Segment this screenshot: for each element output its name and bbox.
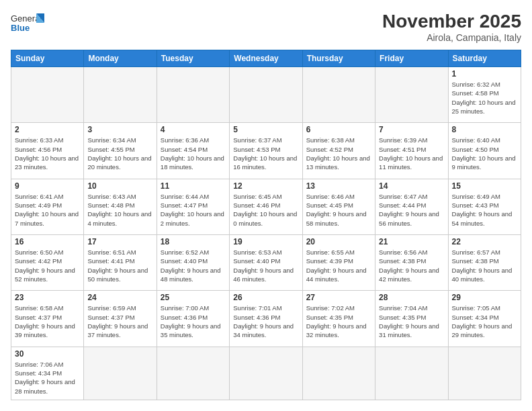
day-info: Sunrise: 6:57 AM Sunset: 4:38 PM Dayligh… bbox=[452, 248, 517, 283]
table-row: 30Sunrise: 7:06 AM Sunset: 4:34 PM Dayli… bbox=[11, 347, 84, 400]
table-row: 8Sunrise: 6:40 AM Sunset: 4:50 PM Daylig… bbox=[448, 123, 521, 179]
table-row: 21Sunrise: 6:56 AM Sunset: 4:38 PM Dayli… bbox=[375, 234, 448, 290]
table-row: 10Sunrise: 6:43 AM Sunset: 4:48 PM Dayli… bbox=[84, 179, 157, 234]
day-info: Sunrise: 6:51 AM Sunset: 4:41 PM Dayligh… bbox=[87, 248, 152, 283]
calendar-week-row: 9Sunrise: 6:41 AM Sunset: 4:49 PM Daylig… bbox=[11, 179, 521, 234]
table-row: 17Sunrise: 6:51 AM Sunset: 4:41 PM Dayli… bbox=[84, 234, 157, 290]
table-row bbox=[11, 67, 84, 123]
day-info: Sunrise: 6:58 AM Sunset: 4:37 PM Dayligh… bbox=[15, 304, 80, 339]
day-number: 2 bbox=[15, 125, 80, 134]
header-saturday: Saturday bbox=[448, 50, 521, 67]
day-number: 27 bbox=[306, 293, 371, 302]
table-row: 9Sunrise: 6:41 AM Sunset: 4:49 PM Daylig… bbox=[11, 179, 84, 234]
day-info: Sunrise: 6:37 AM Sunset: 4:53 PM Dayligh… bbox=[233, 136, 298, 171]
day-number: 13 bbox=[306, 181, 371, 191]
table-row bbox=[230, 347, 302, 400]
day-number: 28 bbox=[379, 293, 444, 302]
calendar-week-row: 16Sunrise: 6:50 AM Sunset: 4:42 PM Dayli… bbox=[11, 234, 521, 290]
table-row: 13Sunrise: 6:46 AM Sunset: 4:45 PM Dayli… bbox=[302, 179, 375, 234]
table-row: 7Sunrise: 6:39 AM Sunset: 4:51 PM Daylig… bbox=[375, 123, 448, 179]
table-row: 3Sunrise: 6:34 AM Sunset: 4:55 PM Daylig… bbox=[84, 123, 157, 179]
table-row: 18Sunrise: 6:52 AM Sunset: 4:40 PM Dayli… bbox=[157, 234, 229, 290]
header-thursday: Thursday bbox=[302, 50, 375, 67]
day-info: Sunrise: 6:39 AM Sunset: 4:51 PM Dayligh… bbox=[379, 136, 444, 171]
day-info: Sunrise: 6:38 AM Sunset: 4:52 PM Dayligh… bbox=[306, 136, 371, 171]
table-row: 23Sunrise: 6:58 AM Sunset: 4:37 PM Dayli… bbox=[11, 291, 84, 347]
day-number: 17 bbox=[87, 237, 152, 246]
day-number: 4 bbox=[161, 125, 226, 134]
page: General Blue November 2025 Airola, Campa… bbox=[0, 0, 532, 411]
table-row bbox=[448, 347, 521, 400]
day-info: Sunrise: 6:46 AM Sunset: 4:45 PM Dayligh… bbox=[306, 192, 371, 228]
table-row bbox=[302, 347, 375, 400]
day-number: 20 bbox=[306, 237, 371, 246]
day-info: Sunrise: 7:02 AM Sunset: 4:35 PM Dayligh… bbox=[306, 304, 371, 339]
day-number: 30 bbox=[15, 349, 80, 359]
table-row: 4Sunrise: 6:36 AM Sunset: 4:54 PM Daylig… bbox=[157, 123, 229, 179]
day-number: 8 bbox=[452, 125, 517, 134]
day-number: 16 bbox=[15, 237, 80, 246]
day-info: Sunrise: 6:55 AM Sunset: 4:39 PM Dayligh… bbox=[306, 248, 371, 283]
day-info: Sunrise: 6:32 AM Sunset: 4:58 PM Dayligh… bbox=[452, 80, 517, 116]
table-row: 24Sunrise: 6:59 AM Sunset: 4:37 PM Dayli… bbox=[84, 291, 157, 347]
table-row bbox=[157, 67, 229, 123]
header-tuesday: Tuesday bbox=[157, 50, 229, 67]
calendar-week-row: 2Sunrise: 6:33 AM Sunset: 4:56 PM Daylig… bbox=[11, 123, 521, 179]
day-info: Sunrise: 7:04 AM Sunset: 4:35 PM Dayligh… bbox=[379, 304, 444, 339]
table-row: 11Sunrise: 6:44 AM Sunset: 4:47 PM Dayli… bbox=[157, 179, 229, 234]
table-row: 27Sunrise: 7:02 AM Sunset: 4:35 PM Dayli… bbox=[302, 291, 375, 347]
table-row bbox=[84, 67, 157, 123]
day-number: 18 bbox=[161, 237, 226, 246]
header-sunday: Sunday bbox=[11, 50, 84, 67]
day-info: Sunrise: 6:40 AM Sunset: 4:50 PM Dayligh… bbox=[452, 136, 517, 171]
day-info: Sunrise: 6:56 AM Sunset: 4:38 PM Dayligh… bbox=[379, 248, 444, 283]
header: General Blue November 2025 Airola, Campa… bbox=[11, 11, 521, 43]
day-info: Sunrise: 6:49 AM Sunset: 4:43 PM Dayligh… bbox=[452, 192, 517, 228]
table-row: 16Sunrise: 6:50 AM Sunset: 4:42 PM Dayli… bbox=[11, 234, 84, 290]
calendar-week-row: 23Sunrise: 6:58 AM Sunset: 4:37 PM Dayli… bbox=[11, 291, 521, 347]
weekday-header-row: Sunday Monday Tuesday Wednesday Thursday… bbox=[11, 50, 521, 67]
day-number: 5 bbox=[233, 125, 298, 134]
day-number: 12 bbox=[233, 181, 298, 191]
header-friday: Friday bbox=[375, 50, 448, 67]
day-number: 29 bbox=[452, 293, 517, 302]
day-number: 10 bbox=[87, 181, 152, 191]
day-info: Sunrise: 6:34 AM Sunset: 4:55 PM Dayligh… bbox=[87, 136, 152, 171]
day-info: Sunrise: 6:43 AM Sunset: 4:48 PM Dayligh… bbox=[87, 192, 152, 228]
day-info: Sunrise: 6:52 AM Sunset: 4:40 PM Dayligh… bbox=[161, 248, 226, 283]
table-row: 5Sunrise: 6:37 AM Sunset: 4:53 PM Daylig… bbox=[230, 123, 302, 179]
logo-icon: General Blue bbox=[11, 11, 44, 40]
calendar-table: Sunday Monday Tuesday Wednesday Thursday… bbox=[11, 50, 521, 400]
table-row bbox=[375, 347, 448, 400]
day-info: Sunrise: 6:53 AM Sunset: 4:40 PM Dayligh… bbox=[233, 248, 298, 283]
day-info: Sunrise: 6:44 AM Sunset: 4:47 PM Dayligh… bbox=[161, 192, 226, 228]
title-area: November 2025 Airola, Campania, Italy bbox=[382, 11, 521, 43]
day-number: 23 bbox=[15, 293, 80, 302]
day-info: Sunrise: 6:50 AM Sunset: 4:42 PM Dayligh… bbox=[15, 248, 80, 283]
table-row: 14Sunrise: 6:47 AM Sunset: 4:44 PM Dayli… bbox=[375, 179, 448, 234]
table-row: 20Sunrise: 6:55 AM Sunset: 4:39 PM Dayli… bbox=[302, 234, 375, 290]
day-number: 9 bbox=[15, 181, 80, 191]
table-row: 25Sunrise: 7:00 AM Sunset: 4:36 PM Dayli… bbox=[157, 291, 229, 347]
table-row bbox=[230, 67, 302, 123]
day-number: 1 bbox=[452, 69, 517, 79]
day-number: 26 bbox=[233, 293, 298, 302]
month-title: November 2025 bbox=[382, 11, 521, 32]
day-number: 21 bbox=[379, 237, 444, 246]
logo: General Blue bbox=[11, 11, 44, 40]
day-number: 25 bbox=[161, 293, 226, 302]
day-info: Sunrise: 7:00 AM Sunset: 4:36 PM Dayligh… bbox=[161, 304, 226, 339]
table-row: 29Sunrise: 7:05 AM Sunset: 4:34 PM Dayli… bbox=[448, 291, 521, 347]
calendar-week-row: 30Sunrise: 7:06 AM Sunset: 4:34 PM Dayli… bbox=[11, 347, 521, 400]
table-row bbox=[84, 347, 157, 400]
table-row: 22Sunrise: 6:57 AM Sunset: 4:38 PM Dayli… bbox=[448, 234, 521, 290]
table-row: 2Sunrise: 6:33 AM Sunset: 4:56 PM Daylig… bbox=[11, 123, 84, 179]
table-row bbox=[375, 67, 448, 123]
day-info: Sunrise: 6:33 AM Sunset: 4:56 PM Dayligh… bbox=[15, 136, 80, 171]
day-number: 24 bbox=[87, 293, 152, 302]
calendar-week-row: 1Sunrise: 6:32 AM Sunset: 4:58 PM Daylig… bbox=[11, 67, 521, 123]
header-wednesday: Wednesday bbox=[230, 50, 302, 67]
svg-text:Blue: Blue bbox=[11, 23, 30, 33]
table-row: 28Sunrise: 7:04 AM Sunset: 4:35 PM Dayli… bbox=[375, 291, 448, 347]
day-number: 7 bbox=[379, 125, 444, 134]
